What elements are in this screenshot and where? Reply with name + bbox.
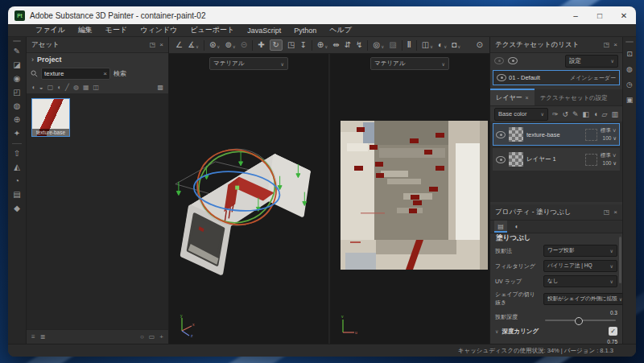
shader-settings-icon[interactable]: ◍ xyxy=(626,65,633,73)
search-input[interactable] xyxy=(44,70,101,77)
export-icon[interactable]: ⇧ xyxy=(14,150,20,158)
delete-layer-icon[interactable]: ▥ xyxy=(611,110,618,118)
pick-material-icon[interactable]: ✑ xyxy=(552,110,559,118)
geometry-mask-icon[interactable]: ◭ xyxy=(14,163,20,171)
filter-filters-icon[interactable]: ◐ xyxy=(57,84,61,91)
add-resource-icon[interactable]: + xyxy=(159,333,163,340)
open-folder-icon[interactable]: ▭ xyxy=(149,333,155,340)
clear-search-icon[interactable]: × xyxy=(103,70,107,77)
toolbar-drag-handle[interactable] xyxy=(13,40,21,42)
texture-set-visibility-eye-icon[interactable] xyxy=(497,74,506,81)
texture-set-item[interactable]: 01 - Default メインシェーダー xyxy=(493,70,620,85)
minimize-button[interactable]: – xyxy=(564,6,588,24)
scene-3d[interactable] xyxy=(169,54,328,344)
depth-culling-checkbox[interactable]: ✓ xyxy=(609,327,617,336)
projection-depth-slider[interactable] xyxy=(545,320,616,321)
pause-engine-icon[interactable]: ‖ xyxy=(407,41,411,49)
layer-visibility-eye-icon[interactable] xyxy=(496,131,506,138)
filter-smart-materials-icon[interactable]: ◒ xyxy=(39,84,43,91)
close-panel-icon[interactable]: × xyxy=(613,208,617,216)
material-picker-tool-icon[interactable]: ✦ xyxy=(14,130,20,138)
filter-brushes-icon[interactable]: ╱ xyxy=(65,84,69,91)
menu-file[interactable]: ファイル xyxy=(29,25,72,35)
maximize-button[interactable]: □ xyxy=(588,6,612,24)
uv-wrap-dropdown[interactable]: なし ∨ xyxy=(543,275,617,287)
camera-mode-icon[interactable]: ◘∨ xyxy=(452,41,460,49)
project-section-row[interactable]: › Project xyxy=(27,53,168,66)
detach-panel-icon[interactable]: ◳ xyxy=(150,41,156,48)
viewport-3d[interactable]: マテリアル ∨ xyxy=(169,54,330,344)
resources-icon[interactable]: ▤ xyxy=(13,191,20,199)
filter-materials-icon[interactable]: ◖ xyxy=(31,84,35,91)
close-panel-icon[interactable]: × xyxy=(159,41,163,48)
layer-visibility-eye-icon[interactable] xyxy=(496,156,506,163)
mirror-icon[interactable]: ⇹ xyxy=(332,41,339,49)
grid-view-icon[interactable]: ▩ xyxy=(157,84,163,91)
menu-edit[interactable]: 編集 xyxy=(72,25,99,35)
manipulator-icon[interactable]: ⊕∨ xyxy=(317,41,328,49)
move-gizmo-icon[interactable]: ✚ xyxy=(258,41,264,49)
layer-mask-slot[interactable] xyxy=(585,129,597,141)
menu-javascript[interactable]: JavaScript xyxy=(241,27,287,35)
drop-projection-icon[interactable]: ↧ xyxy=(299,41,306,49)
menu-help[interactable]: ヘルプ xyxy=(323,25,358,35)
menu-python[interactable]: Python xyxy=(287,27,323,35)
properties-scrollbar[interactable] xyxy=(619,237,621,283)
viewport-2d[interactable]: マテリアル ∨ xyxy=(330,54,489,344)
title-bar[interactable]: Pt Adobe Substance 3D Painter - containe… xyxy=(8,6,636,24)
add-paint-layer-icon[interactable]: ✎ xyxy=(572,110,579,118)
shape-crop-dropdown[interactable]: 投影がシェイプの外側に拡張 ∨ xyxy=(543,293,622,305)
list-view-icon[interactable]: ≡ xyxy=(31,333,35,340)
detach-panel-icon[interactable]: ◳ xyxy=(604,41,610,48)
toolbar-drag-handle[interactable] xyxy=(625,41,634,43)
scale-gizmo-icon[interactable]: ◳ xyxy=(287,41,295,49)
material-mode-icon[interactable]: ◐∨ xyxy=(438,41,447,49)
filter-smart-masks-icon[interactable]: ▢ xyxy=(47,84,54,91)
paint-brush-tool-icon[interactable]: ✎ xyxy=(14,47,20,56)
tab-texture-set-settings[interactable]: テクスチャセットの設定 xyxy=(535,90,613,105)
stamp-material-tool-icon[interactable]: ⊚∨ xyxy=(225,41,235,49)
close-button[interactable]: ✕ xyxy=(612,6,636,24)
refresh-shelf-icon[interactable]: ○ xyxy=(140,333,144,340)
detail-view-icon[interactable]: ≣ xyxy=(40,333,46,340)
asset-thumbnail-texture-base[interactable]: texture-base xyxy=(31,98,70,137)
viewport-2d-shading-dropdown[interactable]: マテリアル ∨ xyxy=(370,57,449,70)
channel-dropdown[interactable]: Base color ∨ xyxy=(494,108,548,121)
layer-opacity[interactable]: 100 ∨ xyxy=(603,134,617,142)
projection-mode-dropdown[interactable]: ワープ投影 ∨ xyxy=(543,245,617,257)
close-tab-icon[interactable]: × xyxy=(526,95,529,101)
history-icon[interactable]: ◷ xyxy=(626,80,633,89)
polygon-select-tool-icon[interactable]: ∡∨ xyxy=(188,41,199,49)
eraser-tool-icon[interactable]: ◪ xyxy=(13,61,20,69)
add-fill-layer-icon[interactable]: ◧ xyxy=(583,110,590,118)
add-folder-icon[interactable]: ▱ xyxy=(602,110,608,118)
tab-material-properties[interactable]: ◐ xyxy=(510,221,523,233)
tab-fill-properties[interactable]: ▤ xyxy=(494,221,507,233)
layer-blend-mode[interactable]: 標準 ∨ xyxy=(601,126,617,134)
focus-target-icon[interactable]: ◎∨ xyxy=(373,41,384,49)
detach-panel-icon[interactable]: ◳ xyxy=(604,208,610,216)
hide-all-eye-icon[interactable] xyxy=(494,57,504,64)
close-panel-icon[interactable]: × xyxy=(613,41,617,48)
screenshot-icon[interactable]: ⊙ xyxy=(477,41,483,49)
bake-icon[interactable]: ◔ xyxy=(14,177,19,185)
layer-mask-slot[interactable] xyxy=(585,154,597,166)
collapse-icon[interactable]: ∨ xyxy=(495,328,498,334)
render-mode-icon[interactable]: ◫∨ xyxy=(422,41,433,49)
layer-thumbnail[interactable] xyxy=(509,127,523,142)
layer-row-texture-base[interactable]: texture-base 標準 ∨ 100 ∨ xyxy=(493,123,620,146)
symmetry-icon[interactable]: ⇵ xyxy=(345,41,351,49)
layer-blend-mode[interactable]: 標準 ∨ xyxy=(601,151,617,159)
polygon-fill-tool-icon[interactable]: ◰ xyxy=(13,89,20,97)
polyline-select-tool-icon[interactable]: ∠ xyxy=(175,41,183,49)
add-mask-icon[interactable]: ◖ xyxy=(593,110,597,118)
dock-panel-icon[interactable]: ▣ xyxy=(626,96,634,104)
stamp-tool-icon[interactable]: ⊛∨ xyxy=(209,41,220,49)
layer-thumbnail[interactable] xyxy=(509,152,523,167)
uv-texture-view[interactable] xyxy=(341,121,488,270)
tab-layers[interactable]: レイヤー × xyxy=(490,89,535,105)
display-settings-icon[interactable]: ⊡ xyxy=(626,50,633,58)
texture-set-settings-dropdown[interactable]: 設定 ∨ xyxy=(565,55,618,68)
viewport-3d-shading-dropdown[interactable]: マテリアル ∨ xyxy=(209,57,288,70)
filter-textures-icon[interactable]: ▦ xyxy=(83,84,89,91)
